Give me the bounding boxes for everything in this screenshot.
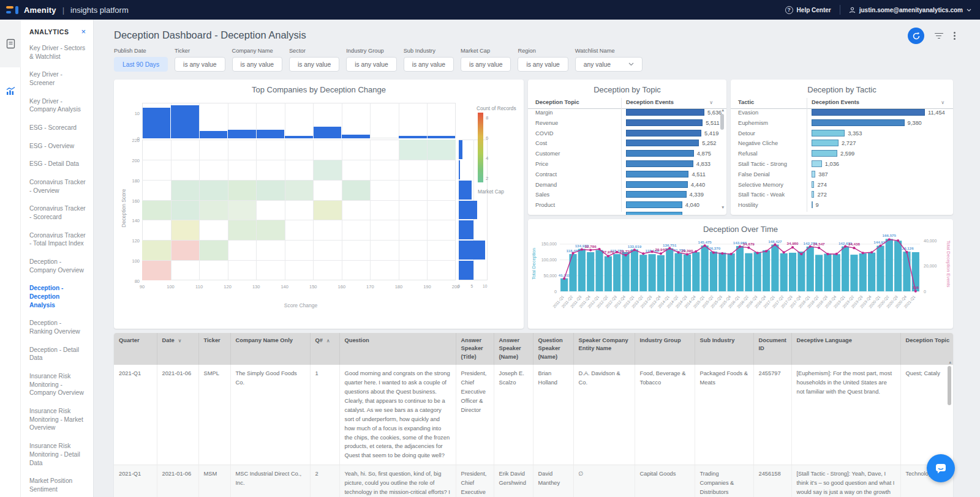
sidebar-item[interactable]: ESG - Overview: [21, 137, 93, 155]
sidebar-item[interactable]: Coronavirus Tracker - Total Impact Index: [21, 226, 93, 253]
gridline: [228, 140, 228, 280]
topic-scrollbar[interactable]: ▲ ▼: [720, 110, 725, 208]
sidebar-item[interactable]: Deception - Deception Analysis: [21, 279, 93, 314]
sidebar-item[interactable]: Market Position Sentiment: [21, 472, 93, 497]
list-value: 11,454: [928, 110, 945, 116]
column-header-topic[interactable]: Deception Topic: [535, 99, 579, 105]
list-row-label: Euphemism: [738, 120, 768, 126]
svg-text:34,679: 34,679: [743, 242, 755, 246]
table-column-header[interactable]: Industry Group: [635, 333, 695, 365]
x-tick: 170: [364, 284, 376, 290]
histogram-bar: [459, 261, 473, 280]
svg-text:133,019: 133,019: [628, 244, 642, 248]
sidebar-item[interactable]: Coronavirus Tracker - Overview: [21, 173, 93, 200]
table-cell: D.A. Davidson & Co.: [573, 365, 635, 465]
table-column-header[interactable]: Quarter: [114, 333, 157, 365]
filter-chip[interactable]: is any value: [175, 57, 225, 72]
page-title: Deception Dashboard - Deception Analysis: [114, 29, 306, 41]
filter-chip[interactable]: is any value: [232, 57, 282, 72]
column-header-events[interactable]: Deception Events: [626, 99, 674, 105]
sidebar-item[interactable]: Insurance Risk Monitoring - Market Overv…: [21, 402, 93, 437]
list-value: 5,252: [702, 140, 716, 146]
sidebar-item[interactable]: Coronavirus Tracker - Scorecard: [21, 200, 93, 226]
rail-item-reports[interactable]: [0, 20, 21, 67]
table-column-header[interactable]: Company Name Only: [230, 333, 310, 365]
sidebar-item[interactable]: Deception - Company Overview: [21, 253, 93, 279]
list-bar: [812, 150, 837, 157]
table-cell: MSM: [198, 465, 230, 497]
table-column-header[interactable]: Deception Topic: [900, 333, 953, 365]
filter-chip[interactable]: any value: [575, 57, 643, 72]
sidebar-item[interactable]: ESG - Detail Data: [21, 155, 93, 173]
list-row-label: Price: [535, 161, 548, 167]
filter-icon[interactable]: [934, 31, 943, 40]
help-icon: ?: [785, 6, 793, 14]
heatmap-cell: [142, 260, 171, 280]
filter-label: Company Name: [232, 48, 282, 54]
table-column-header[interactable]: Question Speaker (Name): [533, 333, 573, 365]
chat-button[interactable]: [927, 454, 955, 482]
filter-chip[interactable]: is any value: [461, 57, 511, 72]
table-column-header[interactable]: Ticker: [198, 333, 230, 365]
heatmap-cell: [199, 180, 228, 200]
table-column-header[interactable]: Speaker Company Entity Name: [573, 333, 635, 365]
sidebar-item[interactable]: Key Driver - Sectors & Watchlist: [21, 39, 93, 65]
table-cell: The Simply Good Foods Co.: [230, 365, 310, 465]
help-center-button[interactable]: ? Help Center: [785, 6, 831, 14]
list-row-label: Stall Tactic - Strong: [738, 161, 787, 167]
sort-chevron-icon[interactable]: ∨: [941, 100, 944, 105]
sidebar-item[interactable]: Deception - Ranking Overview: [21, 314, 93, 340]
x-tick: 110: [193, 284, 205, 290]
table-row[interactable]: 2021-Q12021-01-06MSMMSC Industrial Direc…: [114, 465, 953, 497]
legend-tick: 6: [486, 135, 488, 141]
filter-chip[interactable]: is any value: [518, 57, 568, 72]
list-bar: [812, 171, 815, 177]
table-row[interactable]: 2021-Q12021-01-06SMPLThe Simply Good Foo…: [114, 365, 953, 465]
svg-text:148,427: 148,427: [768, 239, 782, 244]
filter-block: Market Capis any value: [461, 48, 511, 72]
list-row-label: Product: [535, 202, 555, 208]
list-bar: [626, 181, 688, 188]
table-column-header[interactable]: Date∨: [157, 333, 198, 365]
table-cell: 2021-01-06: [157, 465, 198, 497]
card-deception-by-tactic: Deception by Tactic Tactic Deception Eve…: [731, 80, 953, 215]
table-column-header[interactable]: Document ID: [753, 333, 791, 365]
histogram-bar: [459, 181, 472, 200]
filter-chip[interactable]: is any value: [346, 57, 396, 72]
table-column-header[interactable]: Deceptive Language: [791, 333, 900, 365]
table-column-header[interactable]: Answer Speaker (Title): [456, 333, 494, 365]
rail-item-analytics[interactable]: [0, 67, 21, 115]
sidebar-item[interactable]: Key Driver - Company Analysis: [21, 92, 93, 119]
user-menu[interactable]: justin.some@amenityanalytics.com: [849, 7, 971, 13]
histogram-bar: [171, 105, 199, 138]
refresh-button[interactable]: [908, 28, 924, 44]
sidebar-item[interactable]: Deception - Detail Data: [21, 341, 93, 367]
sidebar-item[interactable]: Insurance Risk Monitoring - Company Over…: [21, 367, 93, 402]
sidebar-item[interactable]: Key Driver - Screener: [21, 65, 93, 92]
table-cell: President, Chief Executive Officer & Dir…: [456, 465, 494, 497]
column-header-tactic[interactable]: Tactic: [738, 99, 754, 105]
sidebar-close-icon[interactable]: ×: [81, 28, 86, 36]
column-header-events[interactable]: Deception Events: [812, 99, 859, 105]
table-column-header[interactable]: Question: [339, 333, 456, 365]
card-detail-table: QuarterDate∨TickerCompany Name OnlyQ#∧Qu…: [114, 333, 953, 497]
filter-label: Region: [518, 48, 568, 54]
table-column-header[interactable]: Sub Industry: [695, 333, 753, 365]
table-column-header[interactable]: Q#∧: [310, 333, 339, 365]
filter-chip[interactable]: Last 90 Days: [114, 57, 168, 72]
filter-chip[interactable]: is any value: [289, 57, 339, 72]
person-icon: [849, 7, 856, 13]
svg-text:27,970: 27,970: [602, 250, 614, 254]
sidebar-item[interactable]: Insurance Risk Monitoring - Detail Data: [21, 437, 93, 472]
filter-value: is any value: [355, 61, 388, 68]
sidebar-item[interactable]: ESG - Scorecard: [21, 119, 93, 137]
more-menu-icon[interactable]: [953, 31, 956, 41]
heatmap-cell: [228, 220, 257, 240]
filter-block: Sub Industryis any value: [404, 48, 454, 72]
table-header-row: QuarterDate∨TickerCompany Name OnlyQ#∧Qu…: [114, 333, 953, 365]
heatmap-cell: [228, 180, 257, 200]
table-column-header[interactable]: Answer Speaker (Name): [494, 333, 533, 365]
histogram-bar: [399, 136, 427, 138]
sort-chevron-icon[interactable]: ∨: [709, 100, 713, 105]
filter-chip[interactable]: is any value: [404, 57, 454, 72]
